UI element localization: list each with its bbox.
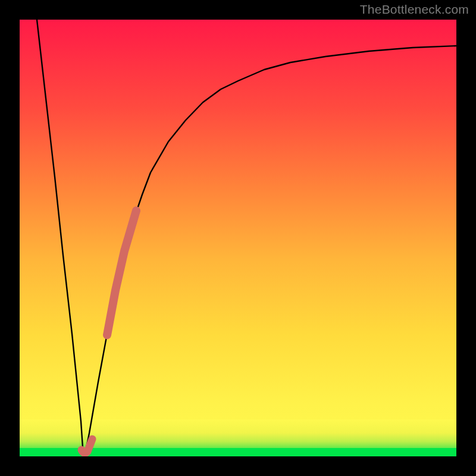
highlight-segment [107, 211, 136, 335]
chart-frame: TheBottleneck.com [0, 0, 476, 476]
plot-area [20, 20, 456, 456]
bottleneck-curve [37, 20, 456, 454]
watermark-text: TheBottleneck.com [360, 2, 469, 17]
chart-svg [20, 20, 456, 456]
